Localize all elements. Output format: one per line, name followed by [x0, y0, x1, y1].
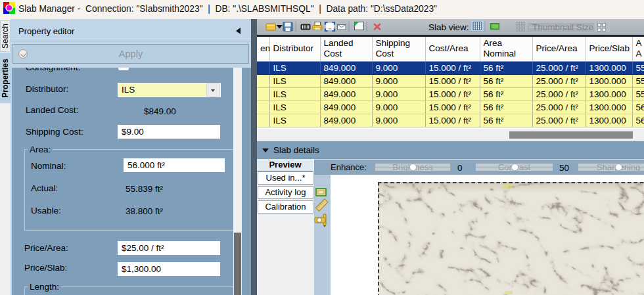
svg-text:Thumbnail Size: Thumbnail Size: [532, 22, 593, 32]
svg-text:Slab view:: Slab view:: [428, 22, 469, 32]
